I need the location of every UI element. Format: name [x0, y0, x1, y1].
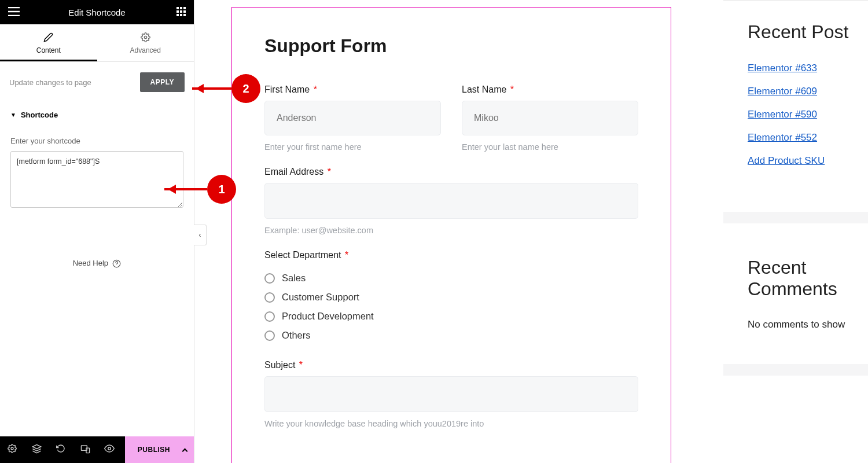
svg-rect-0: [176, 7, 179, 9]
apply-button[interactable]: APPLY: [140, 72, 185, 92]
svg-rect-6: [176, 14, 179, 16]
chevron-up-icon: [182, 448, 188, 454]
shortcode-field-label: Enter your shortcode: [0, 123, 194, 151]
svg-rect-4: [180, 10, 182, 13]
navigator-icon[interactable]: [24, 444, 49, 456]
shortcode-widget-frame[interactable]: Support Form First Name * Enter your fir…: [231, 7, 671, 463]
subject-help: Write your knowledge base heading which …: [264, 419, 638, 428]
shortcode-textarea[interactable]: [metform form_id="688"]S: [10, 151, 183, 208]
caret-down-icon: ▼: [10, 112, 16, 118]
radio-icon: [264, 292, 275, 303]
annotation-2: 2: [192, 74, 260, 103]
recent-comments-widget: Recent Comments No comments to show: [723, 236, 868, 352]
editor-sidebar: Edit Shortcode Content Advanced Update c…: [0, 0, 194, 463]
sidebar-title: Edit Shortcode: [68, 8, 125, 17]
post-link[interactable]: Elementor #633: [748, 63, 868, 74]
first-name-label: First Name *: [264, 84, 441, 95]
canvas-area: Support Form First Name * Enter your fir…: [194, 0, 703, 463]
last-name-help: Enter your last name here: [462, 142, 638, 152]
tabs-row: Content Advanced: [0, 24, 194, 62]
department-radio-group: Sales Customer Support Product Developme…: [264, 269, 638, 345]
publish-button[interactable]: PUBLISH: [125, 436, 194, 463]
svg-point-16: [108, 447, 111, 450]
first-name-help: Enter your first name here: [264, 142, 441, 152]
dept-option-support[interactable]: Customer Support: [264, 288, 638, 307]
svg-rect-8: [183, 14, 186, 16]
svg-point-9: [144, 36, 146, 38]
tab-content[interactable]: Content: [0, 24, 97, 61]
sidebar-footer: PUBLISH: [0, 436, 194, 463]
history-icon[interactable]: [49, 444, 73, 455]
svg-point-12: [11, 447, 13, 450]
radio-icon: [264, 330, 275, 341]
post-link[interactable]: Add Product SKU: [748, 155, 868, 167]
email-label: Email Address *: [264, 167, 638, 177]
tab-advanced[interactable]: Advanced: [97, 24, 194, 61]
section-shortcode-toggle[interactable]: ▼ Shortcode: [0, 105, 194, 123]
radio-icon: [264, 273, 275, 284]
svg-rect-7: [180, 14, 182, 16]
menu-icon[interactable]: [8, 7, 20, 18]
last-name-input[interactable]: [462, 101, 638, 135]
form-title: Support Form: [264, 35, 638, 57]
subject-input[interactable]: [264, 376, 638, 412]
recent-posts-title: Recent Post: [748, 21, 868, 43]
update-changes-label: Update changes to page: [9, 78, 91, 87]
sidebar-header: Edit Shortcode: [0, 0, 194, 24]
email-help: Example: user@website.com: [264, 226, 638, 235]
right-widgets: Recent Post Elementor #633 Elementor #60…: [723, 0, 868, 463]
no-comments-text: No comments to show: [748, 319, 868, 330]
collapse-sidebar-button[interactable]: ‹: [194, 225, 207, 245]
svg-rect-2: [183, 7, 186, 9]
first-name-input[interactable]: [264, 101, 441, 135]
recent-comments-title: Recent Comments: [748, 257, 868, 300]
preview-icon[interactable]: [97, 443, 122, 456]
dept-option-product[interactable]: Product Development: [264, 307, 638, 326]
widgets-grid-icon[interactable]: [176, 7, 186, 18]
post-link[interactable]: Elementor #552: [748, 132, 868, 144]
department-label: Select Department *: [264, 250, 638, 260]
responsive-icon[interactable]: [73, 444, 97, 456]
subject-label: Subject *: [264, 360, 638, 370]
recent-posts-widget: Recent Post Elementor #633 Elementor #60…: [723, 1, 868, 199]
last-name-label: Last Name *: [462, 84, 638, 95]
annotation-1: 1: [164, 175, 236, 204]
radio-icon: [264, 311, 275, 322]
svg-rect-1: [180, 7, 182, 9]
post-link[interactable]: Elementor #609: [748, 86, 868, 97]
email-input[interactable]: [264, 183, 638, 219]
svg-rect-5: [183, 10, 186, 13]
dept-option-others[interactable]: Others: [264, 326, 638, 345]
need-help-link[interactable]: Need Help: [0, 259, 194, 268]
chevron-left-icon: ‹: [199, 231, 201, 239]
post-link[interactable]: Elementor #590: [748, 109, 868, 120]
settings-icon[interactable]: [0, 444, 24, 455]
svg-rect-3: [176, 10, 179, 13]
svg-marker-13: [32, 444, 41, 449]
dept-option-sales[interactable]: Sales: [264, 269, 638, 288]
